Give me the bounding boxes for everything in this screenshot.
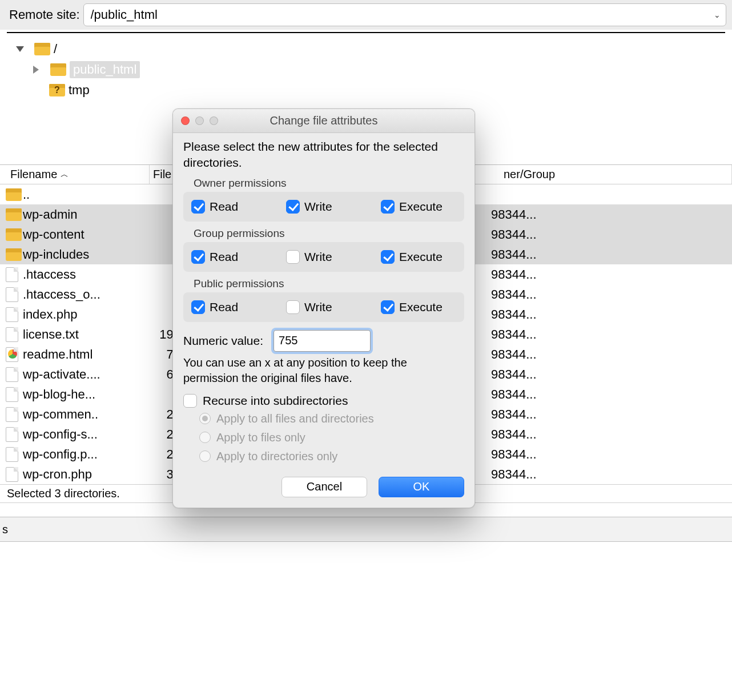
file-name: wp-commen.. <box>23 407 143 422</box>
file-name: wp-cron.php <box>23 467 143 482</box>
recurse-options: Apply to all files and directories Apply… <box>199 412 464 463</box>
html-file-icon <box>6 347 18 362</box>
recurse-apply-files: Apply to files only <box>199 431 464 444</box>
group-write-checkbox[interactable]: Write <box>286 250 355 264</box>
change-file-attributes-dialog: Change file attributes Please select the… <box>172 108 475 508</box>
file-name: wp-admin <box>23 207 143 222</box>
owner-write-checkbox[interactable]: Write <box>286 200 355 214</box>
folder-icon <box>6 248 22 261</box>
numeric-value-label: Numeric value: <box>183 334 263 348</box>
file-icon <box>6 307 18 322</box>
remote-path-combobox[interactable]: ⌄ <box>83 3 727 26</box>
file-name: wp-includes <box>23 247 143 262</box>
bottom-panel: s <box>0 517 732 542</box>
column-filename[interactable]: Filename ︿ <box>7 165 150 184</box>
folder-icon <box>6 188 22 201</box>
file-name: license.txt <box>23 327 143 342</box>
tree-item-public-html[interactable]: public_html <box>70 61 140 78</box>
group-read-checkbox[interactable]: Read <box>191 250 260 264</box>
file-name: wp-config-s... <box>23 427 143 442</box>
file-icon <box>6 287 18 302</box>
file-icon <box>6 267 18 282</box>
file-name: wp-config.p... <box>23 447 143 462</box>
cancel-button[interactable]: Cancel <box>281 477 367 497</box>
file-icon <box>6 427 18 442</box>
public-write-checkbox[interactable]: Write <box>286 300 355 314</box>
file-name: wp-blog-he... <box>23 387 143 402</box>
file-icon <box>6 467 18 482</box>
chevron-down-icon[interactable]: ⌄ <box>709 4 726 26</box>
group-execute-checkbox[interactable]: Execute <box>381 250 449 264</box>
ok-button[interactable]: OK <box>379 477 464 497</box>
file-name: .htaccess_o... <box>23 287 143 302</box>
file-name: wp-activate.... <box>23 367 143 382</box>
disclosure-triangle-icon[interactable] <box>16 46 24 52</box>
remote-site-bar: Remote site: ⌄ <box>0 0 732 30</box>
group-permissions-label: Group permissions <box>194 227 464 240</box>
file-icon <box>6 367 18 382</box>
folder-icon <box>6 208 22 221</box>
folder-icon <box>6 228 22 241</box>
numeric-value-input[interactable] <box>274 330 371 352</box>
file-icon <box>6 447 18 462</box>
sort-asc-icon: ︿ <box>61 170 69 180</box>
recurse-checkbox[interactable]: Recurse into subdirectories <box>183 394 464 408</box>
public-execute-checkbox[interactable]: Execute <box>381 300 449 314</box>
owner-read-checkbox[interactable]: Read <box>191 200 260 214</box>
folder-icon <box>34 43 50 55</box>
group-permissions-group: Read Write Execute <box>183 242 464 272</box>
file-icon <box>6 407 18 422</box>
tree-item-tmp[interactable]: tmp <box>69 83 90 98</box>
remote-path-input[interactable] <box>90 7 709 23</box>
recurse-apply-dirs: Apply to directories only <box>199 450 464 463</box>
file-icon <box>6 327 18 342</box>
tree-root-label[interactable]: / <box>54 42 57 57</box>
dialog-title: Change file attributes <box>173 114 474 127</box>
public-read-checkbox[interactable]: Read <box>191 300 260 314</box>
folder-unknown-icon <box>49 84 65 96</box>
recurse-apply-all: Apply to all files and directories <box>199 412 464 425</box>
remote-site-label: Remote site: <box>9 7 80 22</box>
public-permissions-label: Public permissions <box>194 277 464 290</box>
disclosure-triangle-icon[interactable] <box>33 66 39 74</box>
file-name: .htaccess <box>23 267 143 282</box>
file-name: index.php <box>23 307 143 322</box>
folder-icon <box>50 63 66 76</box>
numeric-hint: You can use an x at any position to keep… <box>183 355 464 386</box>
owner-permissions-label: Owner permissions <box>194 177 464 190</box>
public-permissions-group: Read Write Execute <box>183 292 464 322</box>
file-icon <box>6 387 18 402</box>
file-name: wp-content <box>23 227 143 242</box>
owner-execute-checkbox[interactable]: Execute <box>381 200 449 214</box>
file-name: .. <box>23 187 143 202</box>
dialog-instruction: Please select the new attributes for the… <box>183 139 464 171</box>
dialog-titlebar[interactable]: Change file attributes <box>173 109 474 133</box>
file-name: readme.html <box>23 347 143 362</box>
owner-permissions-group: Read Write Execute <box>183 192 464 222</box>
